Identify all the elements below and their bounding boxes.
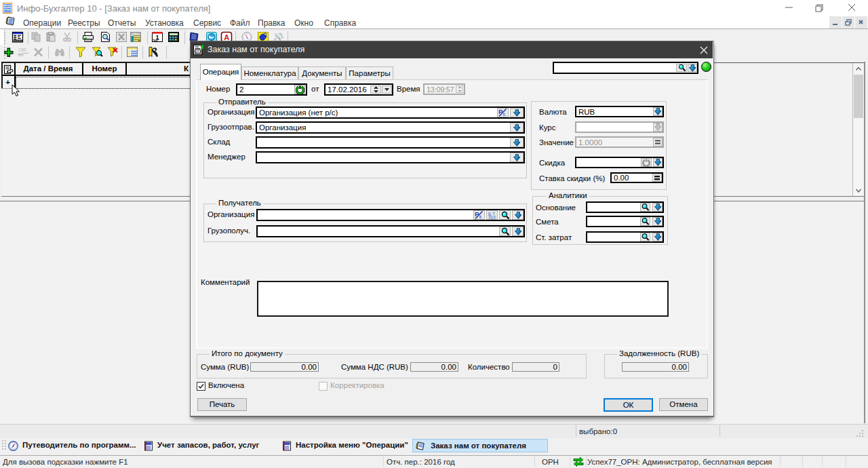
svg-text:г.: г. — [503, 112, 506, 117]
svg-text:эю: эю — [18, 52, 24, 57]
svg-text:ЗНС: ЗНС — [153, 39, 159, 43]
svg-text:Усл: Усл — [488, 215, 496, 219]
svg-text:г.: г. — [479, 214, 482, 219]
svg-text:180: 180 — [18, 47, 26, 52]
svg-text:сч: сч — [195, 50, 199, 54]
